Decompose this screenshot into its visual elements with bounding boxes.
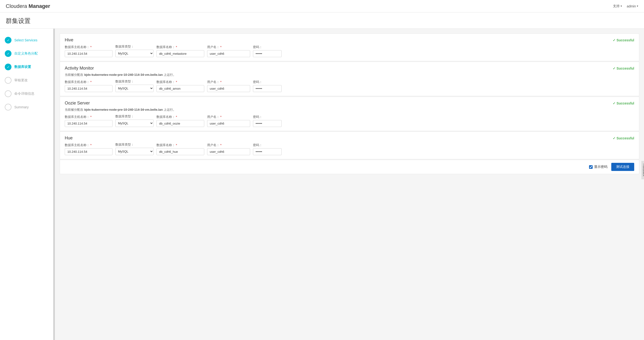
required-icon-name-2: * (176, 115, 177, 119)
service-name-0: Hive (65, 38, 73, 43)
test-connection-button[interactable]: 测试连接 (611, 163, 634, 171)
db-host-label-1: 数据库主机名称：* (65, 80, 112, 84)
sidebar-step-select-services[interactable]: ✓Select Services (0, 34, 55, 47)
db-name-input-2[interactable] (156, 120, 204, 127)
sidebar-step-role-assignment[interactable]: ✓自定义角色分配 (0, 47, 55, 60)
username-input-0[interactable] (207, 50, 250, 57)
service-status-3: Successful (613, 136, 634, 140)
sidebar-step-database-settings[interactable]: ✓数据库设置 (0, 60, 55, 74)
password-input-3[interactable] (253, 148, 282, 155)
service-note-2: 当前被分配在 bjds-kubernetes-node-pre-10-240-1… (65, 108, 634, 112)
db-name-group-1: 数据库名称：* (156, 80, 204, 92)
db-host-group-3: 数据库主机名称：* (65, 143, 112, 155)
db-name-group-0: 数据库名称：* (156, 45, 204, 57)
admin-menu[interactable]: admin (627, 4, 638, 8)
db-host-label-2: 数据库主机名称：* (65, 115, 112, 119)
db-host-group-2: 数据库主机名称：* (65, 115, 112, 127)
sidebar-step-audit-changes: 审核更改 (0, 74, 55, 87)
db-host-input-2[interactable] (65, 120, 112, 127)
db-host-group-0: 数据库主机名称：* (65, 45, 112, 57)
db-type-group-1: 数据库类型： MySQLPostgreSQLOracleMS SQL Serve… (116, 79, 154, 92)
service-section-1: Activity MonitorSuccessful当前被分配在 bjds-ku… (60, 62, 639, 96)
service-section-0: HiveSuccessful数据库主机名称：* 数据库类型： MySQLPost… (60, 34, 639, 61)
service-section-3: HueSuccessful数据库主机名称：* 数据库类型： MySQLPostg… (60, 132, 639, 159)
show-password-checkbox[interactable] (589, 165, 593, 169)
db-host-input-3[interactable] (65, 148, 112, 155)
service-name-1: Activity Monitor (65, 66, 94, 71)
db-name-input-3[interactable] (156, 148, 204, 155)
step-label-select-services: Select Services (14, 38, 37, 42)
service-status-0: Successful (613, 38, 634, 42)
username-label-0: 用户名：* (207, 45, 250, 49)
db-type-select-3[interactable]: MySQLPostgreSQLOracleMS SQL ServerEmbedd… (116, 148, 154, 155)
service-name-3: Hue (65, 136, 72, 141)
step-circle-database-settings: ✓ (5, 64, 12, 70)
step-circle-audit-changes (5, 77, 12, 84)
header: Cloudera Manager 支持 admin (0, 0, 644, 13)
password-label-0: 密码： (253, 45, 282, 49)
required-icon-host-1: * (90, 80, 92, 84)
fields-row-1: 数据库主机名称：* 数据库类型： MySQLPostgreSQLOracleMS… (65, 79, 634, 92)
service-status-1: Successful (613, 67, 634, 70)
password-label-2: 密码： (253, 115, 282, 119)
support-menu[interactable]: 支持 (613, 4, 622, 8)
required-icon-host-2: * (90, 115, 92, 119)
db-name-label-2: 数据库名称：* (156, 115, 204, 119)
password-input-0[interactable] (253, 50, 282, 57)
service-header-2: Oozie ServerSuccessful (65, 101, 634, 106)
username-group-3: 用户名：* (207, 143, 250, 155)
db-name-label-1: 数据库名称：* (156, 80, 204, 84)
password-group-2: 密码： (253, 115, 282, 127)
step-label-command-details: 命令详细信息 (14, 92, 34, 96)
db-type-select-2[interactable]: MySQLPostgreSQLOracleMS SQL ServerEmbedd… (116, 120, 154, 127)
db-name-label-3: 数据库名称：* (156, 143, 204, 147)
db-host-group-1: 数据库主机名称：* (65, 80, 112, 92)
password-input-2[interactable] (253, 120, 282, 127)
username-input-1[interactable] (207, 85, 250, 92)
page-title: 群集设置 (0, 13, 644, 29)
required-icon-host-0: * (90, 45, 92, 49)
header-actions: 支持 admin (613, 4, 638, 8)
service-status-2: Successful (613, 101, 634, 105)
password-input-1[interactable] (253, 85, 282, 92)
required-icon-user-2: * (220, 115, 222, 119)
db-type-label-2: 数据库类型： (116, 114, 154, 119)
service-section-2: Oozie ServerSuccessful当前被分配在 bjds-kubern… (60, 97, 639, 131)
username-group-2: 用户名：* (207, 115, 250, 127)
db-type-select-1[interactable]: MySQLPostgreSQLOracleMS SQL ServerEmbedd… (116, 85, 154, 92)
fields-row-2: 数据库主机名称：* 数据库类型： MySQLPostgreSQLOracleMS… (65, 114, 634, 127)
feedback-tab[interactable]: Feedback (641, 161, 644, 179)
username-group-1: 用户名：* (207, 80, 250, 92)
app-logo: Cloudera Manager (6, 3, 50, 9)
db-name-label-0: 数据库名称：* (156, 45, 204, 49)
username-label-2: 用户名：* (207, 115, 250, 119)
db-type-group-3: 数据库类型： MySQLPostgreSQLOracleMS SQL Serve… (116, 143, 154, 155)
password-label-1: 密码： (253, 80, 282, 84)
sidebar-step-summary: Summary (0, 100, 55, 114)
service-header-0: HiveSuccessful (65, 38, 634, 43)
step-circle-summary (5, 104, 12, 111)
show-password-label[interactable]: 显示密码 (589, 165, 608, 169)
password-label-3: 密码： (253, 143, 282, 147)
logo-bold: Manager (28, 3, 50, 9)
db-type-select-0[interactable]: MySQLPostgreSQLOracleMS SQL ServerEmbedd… (116, 50, 154, 57)
db-type-label-0: 数据库类型： (116, 45, 154, 49)
bottom-area: 显示密码测试连接 (60, 160, 639, 174)
required-icon-user-1: * (220, 80, 222, 84)
required-icon-user-0: * (220, 45, 222, 49)
required-icon-name-3: * (176, 143, 177, 147)
step-circle-command-details (5, 90, 12, 97)
db-name-input-0[interactable] (156, 50, 204, 57)
step-label-audit-changes: 审核更改 (14, 78, 28, 83)
username-input-3[interactable] (207, 148, 250, 155)
fields-row-3: 数据库主机名称：* 数据库类型： MySQLPostgreSQLOracleMS… (65, 143, 634, 155)
service-header-1: Activity MonitorSuccessful (65, 66, 634, 71)
db-host-input-0[interactable] (65, 50, 112, 57)
logo-light: Cloudera (6, 3, 28, 9)
username-input-2[interactable] (207, 120, 250, 127)
db-host-input-1[interactable] (65, 85, 112, 92)
step-circle-role-assignment: ✓ (5, 50, 12, 57)
db-name-input-1[interactable] (156, 85, 204, 92)
db-name-group-3: 数据库名称：* (156, 143, 204, 155)
required-icon-host-3: * (90, 143, 92, 147)
